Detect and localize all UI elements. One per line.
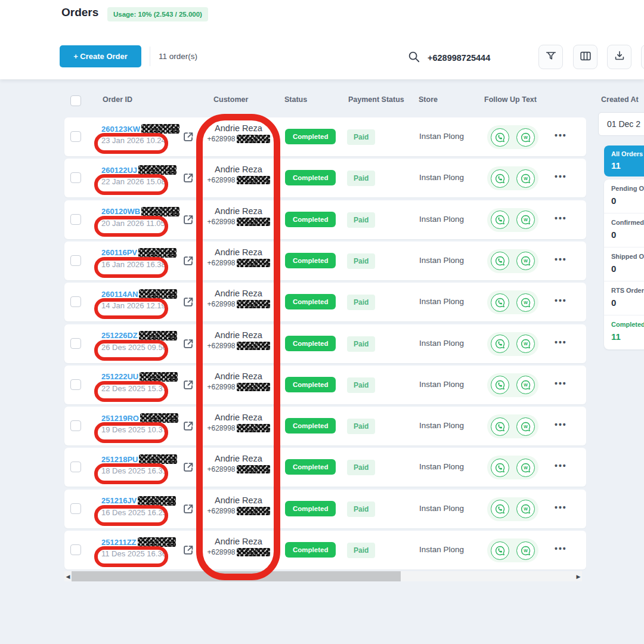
whatsapp-icon[interactable]	[491, 293, 509, 312]
filter-button[interactable]	[538, 45, 563, 69]
row-actions-button[interactable]: •••	[555, 544, 567, 553]
create-order-button[interactable]: + Create Order	[60, 45, 141, 67]
whatsapp-icon[interactable]	[491, 210, 509, 229]
table-row: 251226DZ 26 Des 2025 09.56 Andrie Reza +…	[64, 324, 586, 363]
row-checkbox[interactable]	[70, 338, 81, 349]
scroll-right-arrow[interactable]: ▶	[575, 571, 582, 581]
whatsapp-w-bubble-icon[interactable]: W	[516, 541, 535, 560]
store-name: Instan Plong	[419, 462, 464, 471]
row-checkbox[interactable]	[70, 296, 81, 307]
row-checkbox[interactable]	[70, 214, 81, 225]
whatsapp-w-bubble-icon[interactable]: W	[516, 459, 535, 477]
whatsapp-w-bubble-icon[interactable]: W	[516, 252, 535, 270]
external-link-icon[interactable]	[182, 419, 195, 435]
whatsapp-w-bubble-icon[interactable]: W	[516, 376, 535, 394]
row-checkbox[interactable]	[70, 503, 81, 514]
whatsapp-w-bubble-icon[interactable]: W	[516, 417, 535, 436]
redacted-phone	[237, 176, 270, 184]
column-header-customer: Customer	[213, 95, 248, 104]
follow-up-buttons: W	[487, 166, 538, 190]
row-checkbox[interactable]	[70, 131, 81, 142]
columns-button[interactable]	[573, 45, 597, 69]
whatsapp-w-bubble-icon[interactable]: W	[516, 210, 535, 229]
external-link-icon[interactable]	[182, 130, 195, 145]
whatsapp-icon[interactable]	[491, 169, 509, 188]
stat-label: Pending Orders	[611, 185, 644, 192]
whatsapp-icon[interactable]	[491, 500, 509, 518]
whatsapp-w-bubble-icon[interactable]: W	[516, 128, 535, 147]
order-id-link[interactable]: 260120WB	[101, 207, 140, 216]
order-id-link[interactable]: 251216JV	[101, 496, 137, 505]
external-link-icon[interactable]	[182, 295, 195, 311]
whatsapp-w-bubble-icon[interactable]: W	[516, 335, 535, 353]
whatsapp-icon[interactable]	[491, 335, 509, 353]
created-at-date-input[interactable]: 01 Dec 2	[598, 112, 644, 136]
whatsapp-icon[interactable]	[491, 128, 509, 147]
order-id-link[interactable]: 251226DZ	[101, 331, 138, 340]
extra-toolbar-button[interactable]	[641, 45, 644, 69]
row-actions-button[interactable]: •••	[555, 461, 567, 470]
external-link-icon[interactable]	[182, 460, 195, 476]
row-checkbox[interactable]	[70, 420, 81, 431]
scroll-left-arrow[interactable]: ◀	[64, 571, 72, 581]
external-link-icon[interactable]	[182, 213, 195, 228]
row-actions-button[interactable]: •••	[555, 503, 567, 512]
store-name: Instan Plong	[419, 173, 464, 182]
follow-up-buttons: W	[487, 332, 538, 356]
stat-card[interactable]: Shipped Orders 0	[604, 247, 644, 281]
order-id-link[interactable]: 260123KW	[101, 125, 140, 134]
whatsapp-icon[interactable]	[491, 376, 509, 394]
row-actions-button[interactable]: •••	[555, 255, 567, 264]
whatsapp-icon[interactable]	[491, 541, 509, 560]
order-id-link[interactable]: 251219RO	[101, 414, 139, 423]
order-id-link[interactable]: 251218PU	[101, 455, 138, 464]
whatsapp-icon[interactable]	[491, 459, 509, 477]
order-id-link[interactable]: 260122UJ	[101, 166, 137, 175]
whatsapp-icon[interactable]	[491, 252, 509, 270]
stat-card[interactable]: Confirmed Orders 0	[604, 213, 644, 247]
whatsapp-w-bubble-icon[interactable]: W	[516, 500, 535, 518]
whatsapp-icon[interactable]	[491, 417, 509, 436]
external-link-icon[interactable]	[182, 502, 195, 518]
follow-up-buttons: W	[487, 497, 538, 521]
row-checkbox[interactable]	[70, 172, 81, 183]
download-button[interactable]	[607, 45, 631, 69]
whatsapp-w-bubble-icon[interactable]: W	[516, 293, 535, 312]
external-link-icon[interactable]	[182, 543, 195, 559]
external-link-icon[interactable]	[182, 378, 195, 394]
order-id-link[interactable]: 251222UU	[101, 372, 138, 381]
search-input[interactable]: +628998725444	[428, 53, 490, 63]
row-checkbox[interactable]	[70, 379, 81, 390]
external-link-icon[interactable]	[182, 337, 195, 352]
horizontal-scrollbar[interactable]: ◀ ▶	[64, 571, 582, 581]
scrollbar-thumb[interactable]	[72, 571, 401, 581]
search-box[interactable]: +628998725444	[407, 50, 490, 66]
order-id-link[interactable]: 251211ZZ	[101, 538, 137, 547]
customer-name: Andrie Reza	[197, 165, 280, 174]
row-actions-button[interactable]: •••	[555, 379, 567, 388]
row-actions-button[interactable]: •••	[555, 420, 567, 429]
order-id-link[interactable]: 260114AN	[101, 290, 138, 299]
customer-phone: +628998	[207, 300, 235, 308]
select-all-checkbox[interactable]	[70, 95, 81, 106]
row-actions-button[interactable]: •••	[555, 213, 567, 223]
row-actions-button[interactable]: •••	[555, 296, 567, 305]
external-link-icon[interactable]	[182, 171, 195, 187]
row-checkbox[interactable]	[70, 544, 81, 555]
row-checkbox[interactable]	[70, 462, 81, 472]
row-actions-button[interactable]: •••	[555, 131, 567, 140]
table-row: 251211ZZ 11 Des 2025 16.36 Andrie Reza +…	[64, 531, 586, 569]
stat-card[interactable]: Pending Orders 0	[604, 179, 644, 213]
redacted-order-id	[140, 372, 178, 382]
stat-card-all-orders[interactable]: All Orders 11	[604, 145, 644, 177]
row-actions-button[interactable]: •••	[555, 172, 567, 181]
order-id-link[interactable]: 260116PV	[101, 248, 137, 257]
whatsapp-w-bubble-icon[interactable]: W	[516, 169, 535, 188]
row-checkbox[interactable]	[70, 255, 81, 266]
stat-card[interactable]: RTS Orders 0	[604, 281, 644, 315]
follow-up-buttons: W	[487, 290, 538, 314]
row-actions-button[interactable]: •••	[555, 338, 567, 347]
stat-card[interactable]: Completed Orders 11	[604, 315, 644, 349]
stat-label: Completed Orders	[611, 321, 644, 328]
external-link-icon[interactable]	[182, 254, 195, 270]
